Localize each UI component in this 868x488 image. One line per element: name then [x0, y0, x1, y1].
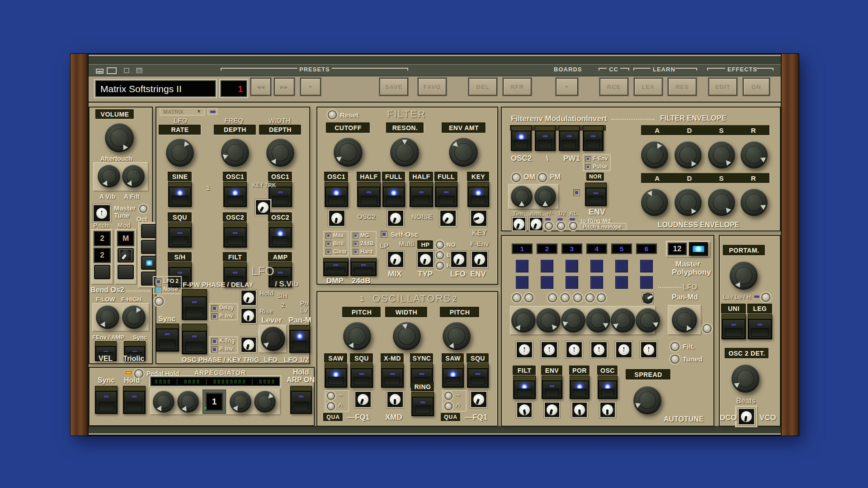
voice-round-button-3[interactable]	[548, 293, 557, 302]
voice4-tune-knob[interactable]: ↑	[590, 341, 608, 358]
on-button[interactable]: ON	[743, 78, 769, 95]
self-osc-checkbox[interactable]	[381, 231, 387, 238]
matrix-env-knob[interactable]	[544, 402, 560, 418]
lfo2-checkbox[interactable]	[155, 278, 162, 285]
voice3-button-b[interactable]	[566, 276, 578, 289]
lever-knob[interactable]	[261, 327, 285, 351]
voice-round-button-6[interactable]	[585, 293, 594, 302]
dmp-button[interactable]	[323, 258, 349, 276]
env-amt-knob[interactable]	[449, 138, 478, 167]
lfo-rate-knob[interactable]	[166, 139, 194, 167]
filter-osc1-button[interactable]	[325, 182, 348, 207]
osc2-sine-button[interactable]	[444, 392, 453, 400]
filter-half1-button[interactable]	[357, 182, 381, 207]
voice1-button-b[interactable]	[516, 276, 528, 289]
voice6-button-b[interactable]	[640, 276, 653, 289]
tuned-round-button[interactable]	[670, 355, 679, 364]
pitch1-knob[interactable]	[343, 322, 371, 350]
voice2-button-a[interactable]	[541, 260, 553, 272]
filter-half2-button[interactable]	[410, 182, 433, 207]
filter-release-knob[interactable]	[741, 141, 768, 169]
xmd-button[interactable]	[381, 363, 404, 388]
arp-knob-2[interactable]	[177, 391, 199, 413]
rise-knob[interactable]	[241, 308, 257, 324]
rl-button[interactable]	[569, 222, 577, 230]
volume-knob[interactable]	[105, 123, 134, 152]
lfo-sync-button[interactable]	[156, 324, 179, 352]
pan-spread-knob[interactable]	[672, 307, 697, 333]
plus-minus-button[interactable]	[545, 222, 553, 230]
pitch-bend-display[interactable]: 2	[94, 231, 110, 246]
matrix-dropdown[interactable]: MATRIX ▼	[160, 108, 205, 116]
osc-phase-button[interactable]	[182, 324, 207, 354]
preset-number-display[interactable]: 1	[220, 80, 247, 97]
voice-round-button-7[interactable]	[597, 293, 606, 302]
a-vib-knob[interactable]	[98, 165, 120, 188]
24db-checkbox[interactable]	[353, 241, 359, 247]
rce-button[interactable]: RCE	[600, 78, 628, 95]
voice4-button-a[interactable]	[590, 260, 603, 272]
delay-checkbox[interactable]	[211, 305, 218, 312]
panel-list-icon[interactable]	[136, 68, 142, 73]
pm-button[interactable]	[538, 173, 547, 182]
voice-slot-1[interactable]: 1	[512, 244, 532, 253]
polyphony-display[interactable]: 12	[668, 243, 686, 255]
filt-round-button[interactable]	[670, 342, 679, 351]
voice2-button-b[interactable]	[541, 276, 553, 289]
mod-mode-button[interactable]	[118, 265, 134, 279]
mod-knob-button[interactable]	[118, 248, 134, 263]
osc1-tri-button[interactable]	[327, 402, 335, 410]
arp-hold-button[interactable]	[123, 386, 146, 414]
filter-env-knob[interactable]	[471, 251, 488, 268]
a-filt-knob[interactable]	[122, 165, 145, 188]
pm-knob[interactable]	[534, 186, 556, 207]
osc1-sine-button[interactable]	[327, 392, 335, 400]
mod-pw1-button[interactable]	[559, 126, 580, 151]
matrix-filt-button[interactable]	[513, 375, 536, 399]
filter-sustain-knob[interactable]	[708, 141, 735, 169]
voice-round-button-4[interactable]	[561, 293, 570, 302]
mod-fenv-button[interactable]	[583, 126, 604, 151]
voice2-tune-knob[interactable]: ↑	[541, 341, 558, 358]
voice-slot-6[interactable]: 6	[637, 244, 656, 253]
voice4-knob[interactable]	[586, 308, 610, 333]
fpw-button[interactable]	[182, 289, 207, 320]
panel-link-icon[interactable]	[124, 68, 129, 73]
osc2-saw-button[interactable]	[442, 363, 464, 388]
noise-checkbox[interactable]	[155, 286, 162, 293]
pitch2-knob[interactable]	[443, 322, 471, 350]
osc1-squ-button[interactable]	[350, 363, 373, 388]
filter-osc2-knob[interactable]	[387, 210, 404, 227]
voice2-knob[interactable]	[536, 308, 561, 333]
amt-knob[interactable]	[529, 217, 543, 231]
filter-decay-knob[interactable]	[675, 141, 702, 169]
filter-noise-knob[interactable]	[439, 210, 457, 227]
edit-button[interactable]: EDIT	[709, 78, 737, 95]
matrix-osc-knob[interactable]	[599, 402, 616, 418]
arp-knob-3[interactable]	[230, 391, 251, 413]
spread-knob[interactable]	[633, 386, 661, 414]
freq-osc1-button[interactable]	[223, 182, 247, 207]
loudness-sustain-knob[interactable]	[708, 189, 735, 216]
osc1-fq1-knob[interactable]	[354, 391, 372, 408]
arp-knob-4[interactable]	[254, 391, 276, 413]
freq-osc2-button[interactable]	[223, 222, 247, 248]
no-button[interactable]	[436, 241, 444, 249]
pan-md-knob[interactable]	[642, 293, 653, 304]
reson-knob[interactable]	[390, 138, 419, 167]
ring-button[interactable]	[411, 392, 434, 416]
osc2-tri-button[interactable]	[444, 402, 453, 410]
matrix-osc-button[interactable]	[598, 375, 618, 399]
loudness-attack-knob[interactable]	[641, 189, 668, 216]
half-button[interactable]	[557, 222, 565, 230]
voice6-tune-knob[interactable]: ↑	[640, 341, 657, 358]
save-button[interactable]: SAVE	[380, 78, 408, 95]
voice6-knob[interactable]	[636, 308, 660, 333]
filter-key-knob[interactable]	[470, 210, 487, 227]
boards-dropdown-button[interactable]: ▼	[556, 78, 578, 95]
pinv1-checkbox[interactable]	[211, 313, 218, 320]
voice5-knob[interactable]	[611, 308, 635, 333]
osc1-saw-button[interactable]	[325, 363, 347, 388]
filter-full1-button[interactable]	[382, 182, 405, 207]
osc2-squ-button[interactable]	[467, 363, 489, 388]
